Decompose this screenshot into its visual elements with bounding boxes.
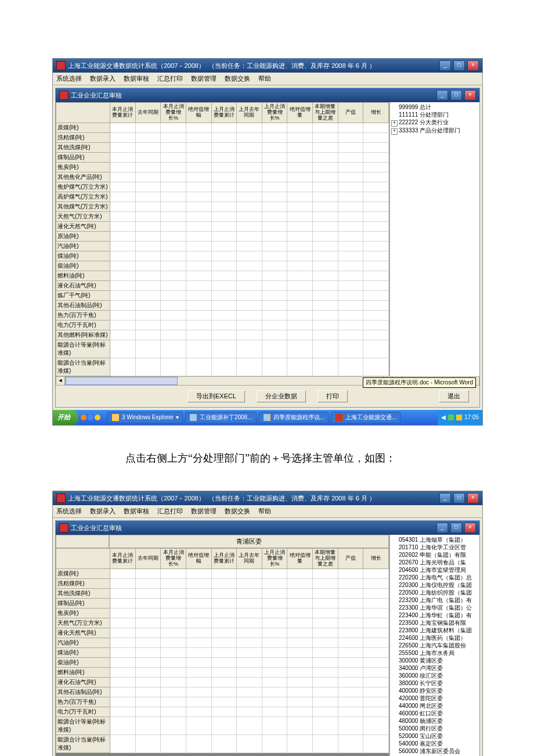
grid-cell[interactable] bbox=[237, 192, 262, 201]
grid-cell[interactable] bbox=[161, 638, 186, 647]
grid-cell[interactable] bbox=[211, 667, 237, 677]
grid-cell[interactable] bbox=[363, 231, 389, 241]
column-header[interactable]: 上月止消费量增长% bbox=[262, 103, 287, 123]
grid-cell[interactable] bbox=[186, 211, 211, 221]
grid-cell[interactable] bbox=[110, 142, 136, 152]
grid-cell[interactable] bbox=[211, 320, 237, 330]
grid-cell[interactable] bbox=[211, 280, 237, 290]
grid-cell[interactable] bbox=[211, 231, 237, 241]
grid-cell[interactable] bbox=[110, 132, 136, 142]
grid-cell[interactable] bbox=[186, 657, 211, 667]
grid-cell[interactable] bbox=[110, 320, 136, 330]
grid-cell[interactable] bbox=[338, 201, 363, 211]
grid-cell[interactable] bbox=[262, 221, 287, 231]
grid-cell[interactable] bbox=[186, 221, 211, 231]
grid-cell[interactable] bbox=[211, 340, 237, 358]
grid-cell[interactable] bbox=[262, 162, 287, 172]
grid-cell[interactable] bbox=[363, 320, 389, 330]
grid-cell[interactable] bbox=[211, 123, 237, 132]
grid-cell[interactable] bbox=[135, 717, 161, 735]
grid-cell[interactable] bbox=[186, 280, 211, 290]
grid-cell[interactable] bbox=[287, 687, 313, 697]
menu-item[interactable]: 数据交换 bbox=[223, 506, 251, 516]
grid-cell[interactable] bbox=[110, 568, 136, 578]
grid-cell[interactable] bbox=[211, 657, 237, 667]
grid-cell[interactable] bbox=[237, 687, 262, 697]
column-header[interactable]: 本月止消费量增长% bbox=[161, 549, 186, 569]
grid-cell[interactable] bbox=[363, 211, 389, 221]
grid-cell[interactable] bbox=[237, 271, 262, 280]
grid-cell[interactable] bbox=[287, 251, 313, 261]
column-header[interactable]: 本期增量与上期增量之差 bbox=[313, 103, 338, 123]
grid-cell[interactable] bbox=[110, 221, 136, 231]
grid-cell[interactable] bbox=[313, 142, 338, 152]
column-header[interactable]: 上月止消费量累计 bbox=[211, 103, 237, 123]
grid-cell[interactable] bbox=[161, 657, 186, 667]
column-header[interactable]: 去年同期 bbox=[135, 103, 161, 123]
grid-cell[interactable] bbox=[211, 588, 237, 598]
grid-cell[interactable] bbox=[313, 261, 338, 271]
child-close[interactable]: × bbox=[464, 90, 476, 100]
grid-cell[interactable] bbox=[161, 162, 186, 172]
tray-icon[interactable] bbox=[448, 415, 454, 420]
grid-cell[interactable] bbox=[262, 638, 287, 647]
grid-cell[interactable] bbox=[338, 667, 363, 677]
grid-cell[interactable] bbox=[363, 162, 389, 172]
tree-node[interactable]: 224600 上海医药（集团） bbox=[391, 634, 478, 642]
grid-cell[interactable] bbox=[237, 221, 262, 231]
grid-cell[interactable] bbox=[313, 638, 338, 647]
grid-cell[interactable] bbox=[135, 182, 161, 192]
child-maximize[interactable]: □ bbox=[450, 90, 462, 100]
grid-cell[interactable] bbox=[287, 697, 313, 707]
grid-cell[interactable] bbox=[110, 707, 136, 717]
grid-cell[interactable] bbox=[135, 687, 161, 697]
grid-cell[interactable] bbox=[161, 251, 186, 261]
grid-cell[interactable] bbox=[363, 182, 389, 192]
grid-cell[interactable] bbox=[262, 618, 287, 628]
grid-cell[interactable] bbox=[186, 132, 211, 142]
grid-cell[interactable] bbox=[211, 687, 237, 697]
grid-cell[interactable] bbox=[110, 251, 136, 261]
grid-cell[interactable] bbox=[211, 578, 237, 588]
grid-cell[interactable] bbox=[186, 687, 211, 697]
tree-node[interactable]: 560000 浦东新区委员会 bbox=[391, 747, 478, 755]
grid-cell[interactable] bbox=[161, 717, 186, 735]
grid-cell[interactable] bbox=[110, 340, 136, 358]
grid-cell[interactable] bbox=[161, 201, 186, 211]
data-grid[interactable]: 本月止消费量累计去年同期本月止消费量增长%绝对值增幅上月止消费量累计上月去年同期… bbox=[56, 102, 390, 376]
column-header[interactable]: 本月止消费量累计 bbox=[110, 103, 136, 123]
grid-cell[interactable] bbox=[237, 300, 262, 310]
grid-cell[interactable] bbox=[313, 271, 338, 280]
grid-cell[interactable] bbox=[287, 201, 313, 211]
grid-cell[interactable] bbox=[211, 300, 237, 310]
grid-cell[interactable] bbox=[186, 182, 211, 192]
grid-cell[interactable] bbox=[313, 568, 338, 578]
grid-cell[interactable] bbox=[110, 261, 136, 271]
tree-node[interactable]: 226500 上海汽车集团股份 bbox=[391, 642, 478, 649]
grid-cell[interactable] bbox=[363, 290, 389, 300]
grid-cell[interactable] bbox=[211, 677, 237, 687]
menu-item[interactable]: 数据管理 bbox=[190, 74, 218, 84]
maximize-button[interactable]: □ bbox=[453, 60, 465, 71]
grid-cell[interactable] bbox=[262, 192, 287, 201]
grid-cell[interactable] bbox=[262, 588, 287, 598]
grid-cell[interactable] bbox=[186, 707, 211, 717]
grid-cell[interactable] bbox=[287, 271, 313, 280]
grid-cell[interactable] bbox=[363, 241, 389, 251]
grid-cell[interactable] bbox=[338, 123, 363, 132]
grid-cell[interactable] bbox=[287, 598, 313, 608]
tree-node[interactable]: 380000 长宁区委 bbox=[391, 679, 478, 687]
grid-cell[interactable] bbox=[313, 667, 338, 677]
grid-cell[interactable] bbox=[363, 717, 389, 735]
grid-cell[interactable] bbox=[262, 578, 287, 588]
grid-cell[interactable] bbox=[161, 588, 186, 598]
grid-cell[interactable] bbox=[237, 182, 262, 192]
grid-cell[interactable] bbox=[135, 320, 161, 330]
grid-cell[interactable] bbox=[161, 182, 186, 192]
column-header[interactable]: 产值 bbox=[338, 103, 363, 123]
print-button[interactable]: 打印 bbox=[317, 390, 348, 402]
grid-cell[interactable] bbox=[110, 182, 136, 192]
grid-cell[interactable] bbox=[135, 280, 161, 290]
grid-cell[interactable] bbox=[237, 647, 262, 657]
grid-cell[interactable] bbox=[186, 271, 211, 280]
